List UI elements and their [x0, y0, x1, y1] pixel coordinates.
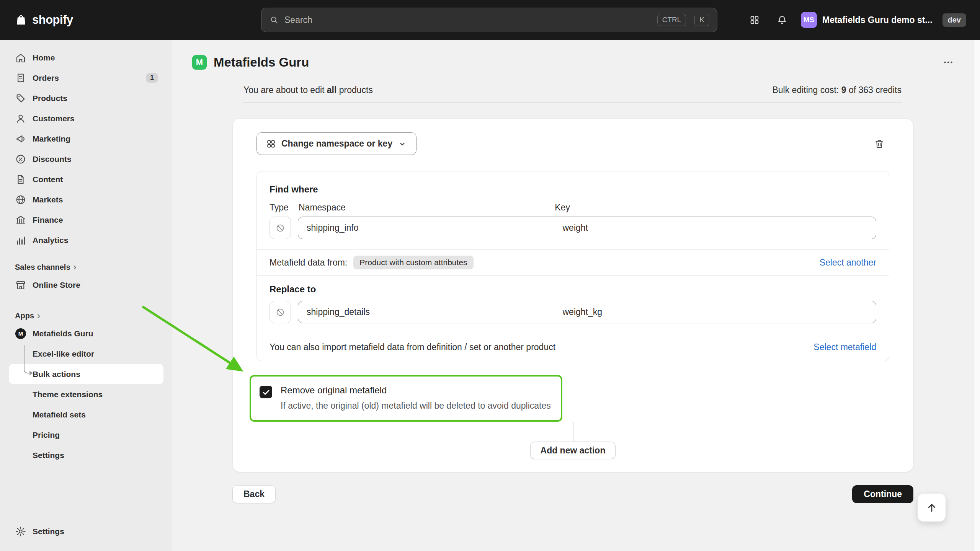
shopify-bag-icon — [15, 13, 28, 26]
sidebar-item-label: Home — [33, 53, 158, 62]
add-action-connector-line — [573, 422, 573, 442]
scrollbar-track[interactable] — [973, 40, 980, 551]
tree-connector-line — [24, 345, 29, 373]
continue-button[interactable]: Continue — [852, 485, 913, 503]
remove-original-description: If active, the original (old) metafield … — [281, 401, 551, 411]
sidebar-item-label: Online Store — [33, 280, 158, 290]
add-new-action-button[interactable]: Add new action — [530, 442, 616, 459]
remove-original-checkbox[interactable] — [260, 386, 272, 398]
sidebar-item-marketing[interactable]: Marketing — [9, 129, 163, 149]
sidebar-item-online-store[interactable]: Online Store — [9, 275, 163, 295]
dev-tools-button[interactable] — [746, 11, 763, 29]
sidebar-item-analytics[interactable]: Analytics — [9, 230, 163, 250]
products-icon — [15, 93, 26, 104]
type-disabled-button[interactable] — [270, 301, 291, 323]
remove-original-highlight: Remove original metafield If active, the… — [250, 375, 562, 422]
arrow-up-icon — [926, 502, 938, 514]
replace-to-inputs — [270, 301, 876, 323]
sidebar-footer: Settings — [9, 521, 163, 541]
sidebar-item-discounts[interactable]: Discounts — [9, 149, 163, 169]
import-hint-row: You can also import metafield data from … — [257, 333, 889, 361]
metafields-guru-logo-icon: M — [192, 55, 207, 70]
search-input[interactable] — [284, 15, 652, 25]
replace-to-title: Replace to — [270, 284, 876, 295]
grid-icon — [749, 15, 760, 25]
sidebar-item-label: Products — [33, 94, 158, 103]
replace-to-section: Replace to — [257, 275, 889, 333]
namespace-key-panel: Find where Type Namespace Key — [256, 171, 889, 361]
namespace-column-label: Namespace — [298, 202, 554, 213]
shopify-logo[interactable]: shopify — [15, 13, 73, 27]
sidebar-item-home[interactable]: Home — [9, 47, 163, 68]
key-column-label: Key — [554, 202, 876, 213]
home-icon — [15, 52, 26, 64]
scroll-to-top-button[interactable] — [918, 494, 946, 522]
sidebar-item-markets[interactable]: Markets — [9, 189, 163, 210]
sidebar-item-metafields-guru[interactable]: M Metafields Guru — [9, 323, 163, 344]
sidebar-item-label: Content — [33, 175, 158, 184]
more-actions-button[interactable] — [939, 54, 957, 71]
sales-channels-header[interactable]: Sales channels › — [9, 259, 163, 275]
find-key-input[interactable] — [554, 217, 876, 239]
content-icon — [15, 174, 26, 185]
env-badge: dev — [942, 13, 966, 27]
sidebar-item-orders[interactable]: Orders 1 — [9, 68, 163, 88]
customers-icon — [15, 113, 26, 124]
page-title: Metafields Guru — [214, 55, 933, 70]
replace-namespace-key-group — [298, 301, 876, 323]
action-type-dropdown[interactable]: Change namespace or key — [256, 132, 416, 155]
sidebar-item-label: Metafields Guru — [33, 329, 158, 338]
notifications-button[interactable] — [773, 11, 791, 29]
avatar: MS — [801, 12, 817, 28]
chevron-down-icon — [398, 139, 407, 148]
tree-connector-arrow-icon — [29, 371, 33, 375]
sidebar-item-content[interactable]: Content — [9, 169, 163, 189]
sidebar-item-finance[interactable]: Finance — [9, 210, 163, 230]
column-labels: Type Namespace Key — [270, 202, 876, 213]
find-namespace-input[interactable] — [298, 217, 554, 239]
sidebar-item-label: Analytics — [33, 236, 158, 245]
apps-header[interactable]: Apps › — [9, 308, 163, 323]
sidebar-item-theme-extensions[interactable]: Theme extensions — [9, 384, 163, 404]
replace-key-input[interactable] — [554, 301, 876, 323]
find-where-section: Find where Type Namespace Key — [257, 171, 889, 249]
remove-original-label: Remove original metafield — [281, 385, 551, 396]
sidebar-item-label: Metafield sets — [33, 410, 158, 419]
sidebar-item-label: Pricing — [33, 430, 158, 440]
sales-channels-label: Sales channels — [15, 263, 70, 272]
sidebar-item-label: Markets — [33, 195, 158, 204]
replace-namespace-input[interactable] — [298, 301, 554, 323]
marketing-icon — [15, 133, 26, 145]
account-menu[interactable]: MS Metafields Guru demo st... — [801, 12, 933, 28]
sidebar-item-label: Bulk actions — [33, 370, 158, 379]
sidebar-item-products[interactable]: Products — [9, 88, 163, 108]
global-search[interactable]: CTRL K — [261, 8, 717, 32]
find-where-title: Find where — [270, 184, 876, 195]
back-button[interactable]: Back — [232, 485, 276, 503]
sidebar-item-app-settings[interactable]: Settings — [9, 445, 163, 465]
store-name: Metafields Guru demo st... — [822, 15, 933, 25]
action-type-label: Change namespace or key — [281, 139, 392, 149]
type-disabled-button[interactable] — [270, 217, 291, 239]
sidebar-item-pricing[interactable]: Pricing — [9, 425, 163, 445]
sidebar-item-label: Settings — [33, 527, 158, 536]
sidebar-item-label: Theme extensions — [33, 390, 158, 399]
data-source-tag: Product with custom attributes — [353, 256, 473, 269]
page-header: M Metafields Guru — [172, 40, 980, 71]
sidebar-item-label: Orders — [33, 73, 140, 83]
shopify-wordmark: shopify — [32, 13, 73, 27]
select-metafield-link[interactable]: Select metafield — [813, 342, 876, 352]
topbar: shopify CTRL K MS Metafield — [0, 0, 980, 40]
action-card-header: Change namespace or key — [256, 132, 889, 155]
sidebar-item-label: Finance — [33, 215, 158, 225]
sidebar-item-settings[interactable]: Settings — [9, 521, 163, 541]
sidebar-item-customers[interactable]: Customers — [9, 108, 163, 129]
sidebar-item-metafield-sets[interactable]: Metafield sets — [9, 404, 163, 425]
sidebar-item-excel-like-editor[interactable]: Excel-like editor — [9, 344, 163, 364]
select-another-link[interactable]: Select another — [820, 258, 876, 268]
finance-icon — [15, 214, 26, 226]
delete-action-button[interactable] — [869, 134, 889, 154]
metafield-data-from-row: Metafield data from: Product with custom… — [257, 249, 889, 275]
chevron-right-icon: › — [74, 262, 77, 272]
orders-count-badge: 1 — [146, 73, 158, 83]
